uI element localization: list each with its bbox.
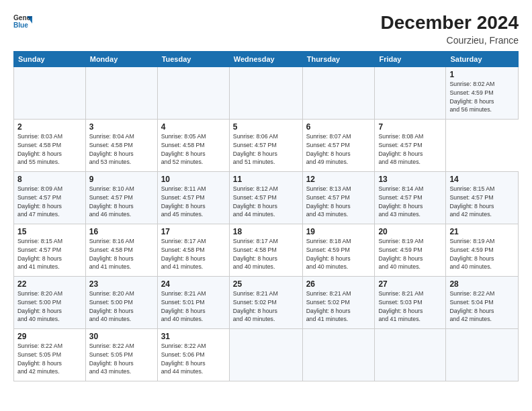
table-row: 31Sunrise: 8:22 AMSunset: 5:06 PMDayligh… xyxy=(157,329,229,381)
day-number: 8 xyxy=(17,175,82,184)
day-info: Sunrise: 8:12 AMSunset: 4:57 PMDaylight:… xyxy=(233,185,299,219)
day-number: 20 xyxy=(378,227,442,236)
table-row: 7Sunrise: 8:08 AMSunset: 4:57 PMDaylight… xyxy=(375,120,446,172)
col-friday: Friday xyxy=(375,52,446,67)
table-row: 13Sunrise: 8:14 AMSunset: 4:57 PMDayligh… xyxy=(375,172,446,224)
day-number: 7 xyxy=(378,122,442,132)
day-number: 5 xyxy=(233,122,299,132)
day-number: 28 xyxy=(449,279,515,289)
table-row: 22Sunrise: 8:20 AMSunset: 5:00 PMDayligh… xyxy=(14,277,86,329)
col-saturday: Saturday xyxy=(446,52,519,67)
table-row: 27Sunrise: 8:21 AMSunset: 5:03 PMDayligh… xyxy=(375,277,446,329)
table-row: 19Sunrise: 8:18 AMSunset: 4:59 PMDayligh… xyxy=(302,224,375,277)
day-number: 27 xyxy=(378,279,442,289)
table-row xyxy=(446,329,519,381)
table-row: 11Sunrise: 8:12 AMSunset: 4:57 PMDayligh… xyxy=(229,172,302,224)
day-number: 3 xyxy=(89,122,154,132)
table-row xyxy=(302,329,375,381)
day-number: 4 xyxy=(161,122,226,132)
day-info: Sunrise: 8:22 AMSunset: 5:05 PMDaylight:… xyxy=(89,342,154,376)
day-number: 15 xyxy=(17,227,82,236)
table-row: 15Sunrise: 8:15 AMSunset: 4:57 PMDayligh… xyxy=(14,224,86,277)
col-thursday: Thursday xyxy=(302,52,375,67)
table-row: 29Sunrise: 8:22 AMSunset: 5:05 PMDayligh… xyxy=(14,329,86,381)
day-info: Sunrise: 8:17 AMSunset: 4:58 PMDaylight:… xyxy=(161,237,226,271)
day-info: Sunrise: 8:18 AMSunset: 4:59 PMDaylight:… xyxy=(306,237,371,271)
day-info: Sunrise: 8:22 AMSunset: 5:05 PMDaylight:… xyxy=(17,342,82,376)
calendar-week-row: 29Sunrise: 8:22 AMSunset: 5:05 PMDayligh… xyxy=(14,329,519,381)
table-row: 2Sunrise: 8:03 AMSunset: 4:58 PMDaylight… xyxy=(14,120,86,172)
table-row: 20Sunrise: 8:19 AMSunset: 4:59 PMDayligh… xyxy=(375,224,446,277)
day-number: 12 xyxy=(306,175,371,184)
day-info: Sunrise: 8:21 AMSunset: 5:02 PMDaylight:… xyxy=(306,289,371,324)
table-row: 24Sunrise: 8:21 AMSunset: 5:01 PMDayligh… xyxy=(157,277,229,329)
day-info: Sunrise: 8:07 AMSunset: 4:57 PMDaylight:… xyxy=(306,132,371,167)
table-row: 30Sunrise: 8:22 AMSunset: 5:05 PMDayligh… xyxy=(85,329,157,381)
day-info: Sunrise: 8:10 AMSunset: 4:57 PMDaylight:… xyxy=(89,185,154,219)
col-sunday: Sunday xyxy=(14,52,86,67)
table-row xyxy=(229,329,302,381)
header: General Blue December 2024 Courzieu, Fra… xyxy=(13,12,519,46)
day-info: Sunrise: 8:20 AMSunset: 5:00 PMDaylight:… xyxy=(17,289,82,324)
day-number: 16 xyxy=(89,227,154,236)
day-info: Sunrise: 8:19 AMSunset: 4:59 PMDaylight:… xyxy=(378,237,442,271)
day-info: Sunrise: 8:04 AMSunset: 4:58 PMDaylight:… xyxy=(89,132,154,167)
col-monday: Monday xyxy=(85,52,157,67)
subtitle: Courzieu, France xyxy=(381,35,519,46)
calendar-week-row: 22Sunrise: 8:20 AMSunset: 5:00 PMDayligh… xyxy=(14,277,519,329)
day-info: Sunrise: 8:16 AMSunset: 4:58 PMDaylight:… xyxy=(89,237,154,271)
day-number: 24 xyxy=(161,279,226,289)
table-row: 25Sunrise: 8:21 AMSunset: 5:02 PMDayligh… xyxy=(229,277,302,329)
day-number: 30 xyxy=(89,332,154,341)
day-number: 22 xyxy=(17,279,82,289)
table-row: 21Sunrise: 8:19 AMSunset: 4:59 PMDayligh… xyxy=(446,224,519,277)
calendar-week-row: 2Sunrise: 8:03 AMSunset: 4:58 PMDaylight… xyxy=(14,120,519,172)
table-row: 9Sunrise: 8:10 AMSunset: 4:57 PMDaylight… xyxy=(85,172,157,224)
day-info: Sunrise: 8:14 AMSunset: 4:57 PMDaylight:… xyxy=(378,185,442,219)
day-number: 21 xyxy=(449,227,515,236)
day-info: Sunrise: 8:09 AMSunset: 4:57 PMDaylight:… xyxy=(17,185,82,219)
day-info: Sunrise: 8:11 AMSunset: 4:57 PMDaylight:… xyxy=(161,185,226,219)
main-title: December 2024 xyxy=(381,12,519,34)
calendar-week-row: 1Sunrise: 8:02 AMSunset: 4:59 PMDaylight… xyxy=(14,67,519,120)
day-info: Sunrise: 8:06 AMSunset: 4:57 PMDaylight:… xyxy=(233,132,299,167)
table-row: 10Sunrise: 8:11 AMSunset: 4:57 PMDayligh… xyxy=(157,172,229,224)
day-number: 18 xyxy=(233,227,299,236)
day-info: Sunrise: 8:08 AMSunset: 4:57 PMDaylight:… xyxy=(378,132,442,167)
table-row: 28Sunrise: 8:22 AMSunset: 5:04 PMDayligh… xyxy=(446,277,519,329)
day-number: 9 xyxy=(89,175,154,184)
table-row: 3Sunrise: 8:04 AMSunset: 4:58 PMDaylight… xyxy=(85,120,157,172)
day-info: Sunrise: 8:05 AMSunset: 4:58 PMDaylight:… xyxy=(161,132,226,167)
logo-icon: General Blue xyxy=(13,12,32,31)
table-row xyxy=(229,67,302,120)
day-info: Sunrise: 8:20 AMSunset: 5:00 PMDaylight:… xyxy=(89,289,154,324)
logo: General Blue xyxy=(13,12,32,31)
day-number: 29 xyxy=(17,332,82,341)
table-row xyxy=(375,329,446,381)
day-info: Sunrise: 8:22 AMSunset: 5:06 PMDaylight:… xyxy=(161,342,226,376)
table-row: 6Sunrise: 8:07 AMSunset: 4:57 PMDaylight… xyxy=(302,120,375,172)
day-info: Sunrise: 8:19 AMSunset: 4:59 PMDaylight:… xyxy=(449,237,515,271)
day-number: 6 xyxy=(306,122,371,132)
day-info: Sunrise: 8:02 AMSunset: 4:59 PMDaylight:… xyxy=(449,80,515,114)
table-row: 16Sunrise: 8:16 AMSunset: 4:58 PMDayligh… xyxy=(85,224,157,277)
title-block: December 2024 Courzieu, France xyxy=(381,12,519,46)
day-number: 1 xyxy=(449,70,515,79)
table-row: 23Sunrise: 8:20 AMSunset: 5:00 PMDayligh… xyxy=(85,277,157,329)
col-tuesday: Tuesday xyxy=(157,52,229,67)
calendar-week-row: 8Sunrise: 8:09 AMSunset: 4:57 PMDaylight… xyxy=(14,172,519,224)
day-number: 25 xyxy=(233,279,299,289)
table-row: 5Sunrise: 8:06 AMSunset: 4:57 PMDaylight… xyxy=(229,120,302,172)
day-info: Sunrise: 8:15 AMSunset: 4:57 PMDaylight:… xyxy=(17,237,82,271)
table-row: 26Sunrise: 8:21 AMSunset: 5:02 PMDayligh… xyxy=(302,277,375,329)
day-number: 14 xyxy=(449,175,515,184)
table-row: 18Sunrise: 8:17 AMSunset: 4:58 PMDayligh… xyxy=(229,224,302,277)
day-info: Sunrise: 8:21 AMSunset: 5:02 PMDaylight:… xyxy=(233,289,299,324)
table-row xyxy=(375,67,446,120)
table-row xyxy=(14,67,86,120)
day-number: 19 xyxy=(306,227,371,236)
svg-text:Blue: Blue xyxy=(13,21,28,29)
table-row: 12Sunrise: 8:13 AMSunset: 4:57 PMDayligh… xyxy=(302,172,375,224)
calendar-table: Sunday Monday Tuesday Wednesday Thursday… xyxy=(13,51,519,381)
day-number: 17 xyxy=(161,227,226,236)
